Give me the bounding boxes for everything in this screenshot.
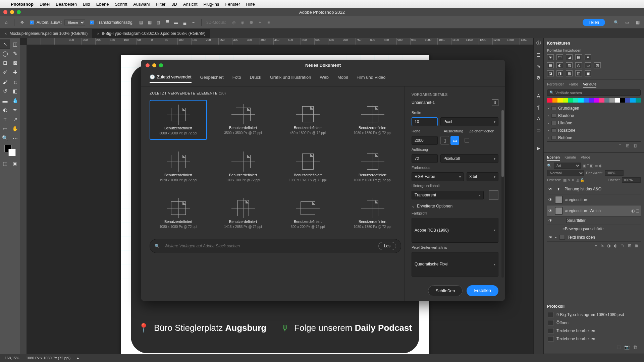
layer-row[interactable]: 👁▸Textl links oben (547, 233, 641, 242)
shape-tool[interactable]: ▭ (0, 124, 10, 133)
quickmask-tool[interactable]: ◫ (0, 159, 10, 168)
crop-tool[interactable]: ⊡ (0, 58, 10, 68)
auto-select-dropdown[interactable]: Ebene (64, 19, 85, 25)
healing-tool[interactable]: ✚ (10, 68, 20, 77)
close-tab-icon[interactable]: × (5, 32, 7, 36)
menu-plugins[interactable]: Plug-ins (204, 2, 219, 7)
opacity-input[interactable] (605, 170, 624, 176)
paragraph-panel-icon[interactable]: ¶ (537, 105, 540, 110)
menu-3d[interactable]: 3D (171, 2, 177, 7)
category-tab[interactable]: Film und Video (357, 74, 385, 83)
group-icon[interactable]: 🗀 (621, 243, 625, 248)
workspace-icon[interactable]: ▭ (624, 19, 630, 25)
snapshot-icon[interactable]: ⬚ (617, 345, 621, 350)
share-button[interactable]: Teilen (583, 19, 605, 26)
window-controls[interactable] (3, 10, 21, 14)
layer-row[interactable]: 👁TPlanung ist das A&O (547, 184, 641, 194)
menu-hilfe[interactable]: Hilfe (246, 2, 255, 7)
gradient-strip[interactable] (547, 98, 641, 103)
move-tool-icon[interactable]: ✥ (19, 19, 25, 25)
preset-item[interactable]: Benutzerdefiniert1920 x 1080 Px @ 72 ppi (150, 147, 207, 186)
layer-filter-dropdown[interactable]: Art (554, 163, 581, 169)
preset-item[interactable]: Benutzerdefiniert3000 x 2000 Px @ 72 ppi (150, 100, 207, 140)
menu-datei[interactable]: Datei (40, 2, 50, 7)
delete-icon[interactable]: 🗑 (633, 143, 637, 148)
path-select-tool[interactable]: ↗ (10, 115, 20, 124)
orient-landscape[interactable]: ▭ (450, 136, 459, 145)
camera-icon[interactable]: 📷 (624, 345, 630, 350)
details-scrollbar[interactable] (501, 110, 504, 278)
menu-bild[interactable]: Bild (83, 2, 90, 7)
history-step[interactable]: Öffnen (547, 319, 641, 327)
lasso-tool[interactable]: ◯ (0, 49, 10, 58)
lock-icons[interactable]: ▦ ✎ ✥ ◫ 🔒 (563, 178, 585, 182)
pixel-aspect-dropdown[interactable]: Quadratische Pixel▾ (412, 252, 498, 277)
preset-item[interactable]: Benutzerdefiniert3500 x 3500 Px @ 72 ppi (214, 100, 272, 140)
history-step[interactable]: Textebene bearbeiten (547, 327, 641, 335)
tab-farbe[interactable]: Farbe (569, 82, 578, 87)
gradient-folder[interactable]: ▸Rottöne (547, 134, 641, 141)
category-tab[interactable]: Mobil (337, 74, 348, 83)
frame-tool[interactable]: ⊠ (10, 58, 20, 68)
artboard-tool[interactable]: ◫ (10, 40, 20, 49)
preset-item[interactable]: Benutzerdefiniert1000 x 1080 Px @ 72 ppi (344, 147, 401, 186)
pen-tool[interactable]: ✒ (10, 105, 20, 115)
type-tool[interactable]: T (0, 115, 10, 124)
actions-panel-icon[interactable]: ✎ (537, 64, 541, 69)
bit-depth-dropdown[interactable]: 8 bit▾ (467, 172, 498, 181)
color-swatches[interactable] (4, 145, 16, 156)
preset-item[interactable]: Benutzerdefiniert1080 x 1920 Px @ 72 ppi (279, 147, 336, 186)
close-button[interactable]: Schließen (428, 285, 463, 296)
new-folder-icon[interactable]: 🗀 (618, 143, 623, 148)
doc-tab-1[interactable]: × Mockup-Ingenieure.psd bei 100% (RGB/8#… (0, 29, 92, 38)
brush-tool[interactable]: 🖌 (0, 77, 10, 86)
eraser-tool[interactable]: ◧ (10, 86, 20, 96)
tab-pfade[interactable]: Pfade (581, 155, 590, 161)
clone-tool[interactable]: ⎌ (10, 77, 20, 86)
history-document[interactable]: 9-Big-Typo-Instagram-1080x1080.psd (547, 311, 641, 319)
layer-row[interactable]: 👁#regioculture (547, 194, 641, 205)
menu-filter[interactable]: Filter (156, 2, 165, 7)
category-tab[interactable]: 🕘Zuletzt verwendet (150, 74, 192, 83)
stock-search-go-button[interactable]: Los (378, 242, 396, 250)
ruler-vertical[interactable] (20, 45, 27, 354)
blend-mode-dropdown[interactable]: Normal (547, 170, 584, 176)
color-profile-dropdown[interactable]: Adobe RGB (1998)▾ (412, 218, 498, 243)
menu-ansicht[interactable]: Ansicht (183, 2, 198, 7)
color-mode-dropdown[interactable]: RGB-Farbe▾ (412, 172, 464, 181)
dialog-window-controls[interactable] (146, 63, 163, 67)
category-tab[interactable]: Foto (232, 74, 241, 83)
new-item-icon[interactable]: ⊞ (626, 143, 630, 148)
menu-bearbeiten[interactable]: Bearbeiten (56, 2, 77, 7)
home-icon[interactable]: ⌂ (3, 19, 9, 25)
doc-dims-readout[interactable]: 1080 Px x 1080 Px (72 ppi) (26, 356, 70, 360)
preset-item[interactable]: Benutzerdefiniert1080 x 1350 Px @ 72 ppi (344, 194, 401, 233)
tab-farbfelder[interactable]: Farbfelder (547, 82, 564, 87)
menu-auswahl[interactable]: Auswahl (133, 2, 150, 7)
advanced-options-toggle[interactable]: ⌄Erweiterte Optionen (412, 204, 498, 208)
history-step[interactable]: Textebene bearbeiten (547, 335, 641, 343)
delete-layer-icon[interactable]: 🗑 (635, 243, 639, 248)
character-panel-icon[interactable]: A (537, 93, 540, 99)
artboard-checkbox[interactable] (465, 138, 469, 143)
preset-name-field[interactable]: Unbenannt-1 (412, 100, 435, 105)
background-color-swatch[interactable] (489, 190, 498, 200)
layer-row[interactable]: ≡Bewegungsunschärfe (547, 225, 641, 233)
width-unit-dropdown[interactable]: Pixel▾ (440, 117, 498, 126)
quick-select-tool[interactable]: ✎ (10, 49, 20, 58)
hand-tool[interactable]: ✋ (10, 124, 20, 133)
gradient-folder[interactable]: ▸Blautöne (547, 112, 641, 119)
height-input[interactable] (412, 136, 438, 145)
delete-history-icon[interactable]: 🗑 (633, 345, 637, 350)
preset-item[interactable]: Benutzerdefiniert300 x 200 Px @ 72 ppi (279, 194, 336, 233)
new-layer-icon[interactable]: ⊞ (628, 243, 631, 248)
app-name[interactable]: Photoshop (11, 2, 34, 7)
dodge-tool[interactable]: ◐ (0, 105, 10, 115)
ruler-horizontal[interactable]: 3002502001501005005010015020025030035040… (27, 38, 533, 45)
glyphs-panel-icon[interactable]: A̲ (537, 116, 540, 121)
blur-tool[interactable]: 💧 (10, 96, 20, 105)
fill-input[interactable] (622, 177, 641, 183)
save-preset-icon[interactable]: ⬇ (492, 99, 498, 106)
adj-layer-icon[interactable]: ◐ (614, 243, 617, 248)
fx-icon[interactable]: fx (601, 243, 604, 248)
